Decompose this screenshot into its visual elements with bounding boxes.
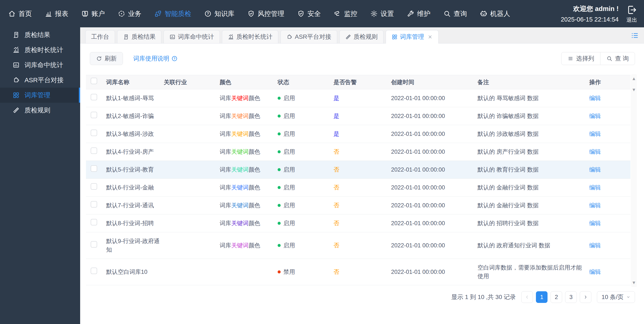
logout-door-icon <box>626 4 638 16</box>
cell-industry <box>162 221 218 226</box>
sidebar-item-asr-platform[interactable]: ASR平台对接 <box>0 73 80 88</box>
select-all-checkbox[interactable] <box>91 78 97 84</box>
header-industry: 关联行业 <box>162 75 218 89</box>
row-checkbox[interactable] <box>91 165 97 172</box>
tab-lexicon-hit-stats[interactable]: 词库命中统计 <box>164 30 220 44</box>
tab-qc-duration-stats[interactable]: 质检时长统计 <box>222 30 278 44</box>
cell-status: 启用 <box>276 163 332 177</box>
edit-link[interactable]: 编辑 <box>589 148 601 155</box>
row-checkbox[interactable] <box>91 268 97 274</box>
nav-item-home[interactable]: 首页 <box>8 9 32 18</box>
edit-link[interactable]: 编辑 <box>589 113 601 119</box>
next-page-button[interactable] <box>580 291 591 303</box>
cell-name: 默认6-行业词-金融 <box>105 181 162 194</box>
framed-chart-icon <box>169 34 176 40</box>
edit-link[interactable]: 编辑 <box>589 184 601 191</box>
keyword-color-sample: 关键词 <box>231 220 248 227</box>
cell-remark: 默认的 教育行业词 数据 <box>476 163 588 177</box>
page-size-select[interactable]: 10 条/页 <box>597 291 635 303</box>
prev-page-button[interactable] <box>521 291 533 303</box>
sidebar: 质检结果 质检时长统计 词库命中统计 ASR平台对接 词库管理 质检规则 <box>0 27 80 324</box>
edit-link[interactable]: 编辑 <box>589 269 601 275</box>
nav-item-monitoring[interactable]: 监控 <box>334 9 357 18</box>
cell-industry <box>162 149 218 154</box>
table-row: 默认1-敏感词-辱骂 词库关键词颜色 启用 是 2022-01-01 00:00… <box>86 89 630 107</box>
page-button-1[interactable]: 1 <box>536 291 548 303</box>
search-icon <box>443 10 451 18</box>
nav-item-quality-check[interactable]: 智能质检 <box>154 9 191 18</box>
robot-icon <box>480 10 487 18</box>
row-checkbox[interactable] <box>91 201 97 208</box>
sidebar-item-qc-rules[interactable]: 质检规则 <box>0 103 80 118</box>
refresh-button[interactable]: 刷新 <box>90 52 123 65</box>
chevron-left-icon <box>524 294 530 300</box>
row-checkbox[interactable] <box>91 147 97 154</box>
grid-squares-icon <box>12 91 20 99</box>
choose-columns-button[interactable]: 选择列 <box>561 52 600 65</box>
cell-status: 启用 <box>276 216 332 230</box>
scroll-thumb-arrow-icon[interactable]: ▼ <box>631 87 637 92</box>
edit-link[interactable]: 编辑 <box>589 131 601 137</box>
page-button-2[interactable]: 2 <box>550 291 562 303</box>
cell-industry <box>162 167 218 172</box>
nav-item-accounts[interactable]: 账户 <box>81 9 105 18</box>
status-dot <box>278 244 281 247</box>
nav-item-maintenance[interactable]: 维护 <box>407 9 430 18</box>
edit-link[interactable]: 编辑 <box>589 242 601 249</box>
nav-item-knowledge-base[interactable]: 知识库 <box>204 9 234 18</box>
sidebar-item-qc-results[interactable]: 质检结果 <box>0 27 80 42</box>
sidebar-item-qc-duration-stats[interactable]: 质检时长统计 <box>0 42 80 58</box>
table-row: 默认7-行业词-通讯 词库关键词颜色 启用 否 2022-01-01 00:00… <box>86 197 630 214</box>
scroll-up-arrow-icon[interactable]: ▲ <box>631 76 637 81</box>
row-checkbox[interactable] <box>91 183 97 190</box>
toolbar: 刷新 词库使用说明 选择列 查 询 <box>80 44 644 65</box>
cell-created: 2022-01-01 00:00:00 <box>390 91 476 105</box>
logout-button[interactable]: 退出 <box>626 4 638 24</box>
nav-item-business[interactable]: 业务 <box>118 9 142 18</box>
close-tab-icon[interactable] <box>428 34 433 40</box>
scroll-document-icon <box>12 31 20 39</box>
tab-qc-rules[interactable]: 质检规则 <box>339 30 384 44</box>
table-row: 默认8-行业词-招聘 词库关键词颜色 启用 否 2022-01-01 00:00… <box>86 214 630 232</box>
nav-item-risk-control[interactable]: 风控管理 <box>247 9 284 18</box>
cell-industry <box>162 131 218 136</box>
tab-asr-platform[interactable]: ASR平台对接 <box>280 30 337 44</box>
row-checkbox[interactable] <box>91 112 97 118</box>
page-button-3[interactable]: 3 <box>565 291 577 303</box>
cell-status: 启用 <box>276 239 332 252</box>
status-dot <box>278 204 281 207</box>
pagination-summary: 显示 1 到 10 ,共 30 记录 <box>451 293 516 301</box>
cell-remark: 默认的 涉政敏感词 数据 <box>476 127 588 141</box>
nav-item-reports[interactable]: 报表 <box>45 9 68 18</box>
query-button[interactable]: 查 询 <box>600 52 635 65</box>
sidebar-item-lexicon-management[interactable]: 词库管理 <box>0 88 80 103</box>
sidebar-item-lexicon-hit-stats[interactable]: 词库命中统计 <box>0 58 80 73</box>
nav-item-robot[interactable]: 机器人 <box>480 9 510 18</box>
scroll-down-arrow-icon[interactable]: ▼ <box>631 280 637 285</box>
keyword-color-sample: 关键词 <box>231 242 248 249</box>
header-status: 状态 <box>276 75 332 89</box>
tab-workbench[interactable]: 工作台 <box>85 30 115 44</box>
tab-list-menu-icon[interactable] <box>631 32 639 40</box>
lexicon-usage-help-link[interactable]: 词库使用说明 <box>133 55 178 63</box>
row-checkbox[interactable] <box>91 241 97 248</box>
tab-qc-results[interactable]: 质检结果 <box>117 30 162 44</box>
nav-item-settings[interactable]: 设置 <box>370 9 394 18</box>
tab-lexicon-management[interactable]: 词库管理 <box>386 30 438 44</box>
header-name: 词库名称 <box>105 75 162 89</box>
edit-link[interactable]: 编辑 <box>589 202 601 209</box>
keyword-color-sample: 关键词 <box>231 167 248 173</box>
edit-link[interactable]: 编辑 <box>589 220 601 227</box>
edit-link[interactable]: 编辑 <box>589 95 601 101</box>
top-navigation-bar: 首页 报表 账户 业务 智能质检 知识库 风控管理 安全 监控 设置 维护 查询… <box>0 0 644 27</box>
row-checkbox[interactable] <box>91 94 97 100</box>
nav-item-query[interactable]: 查询 <box>443 9 467 18</box>
vertical-scrollbar[interactable]: ▲ ▼ ▼ <box>631 74 637 287</box>
table-row: 默认9-行业词-政府通知 词库关键词颜色 启用 否 2022-01-01 00:… <box>86 232 630 259</box>
row-checkbox[interactable] <box>91 130 97 136</box>
row-checkbox[interactable] <box>91 219 97 225</box>
cell-industry <box>162 203 218 208</box>
edit-link[interactable]: 编辑 <box>589 167 601 173</box>
cell-created: 2022-01-01 00:00:00 <box>390 127 476 141</box>
nav-item-security[interactable]: 安全 <box>297 9 321 18</box>
